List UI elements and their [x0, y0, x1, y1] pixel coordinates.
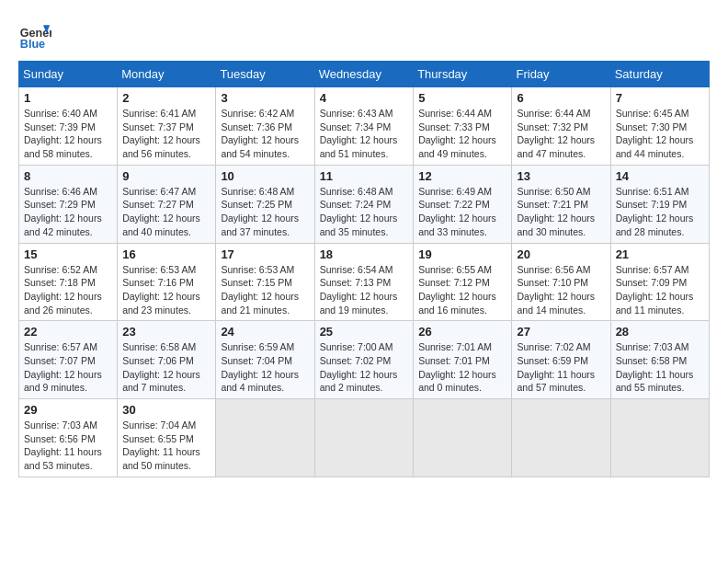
day-number: 6 [517, 91, 605, 105]
day-number: 9 [122, 169, 210, 183]
day-info: Sunrise: 6:48 AMSunset: 7:24 PMDaylight:… [320, 186, 398, 237]
calendar-week-5: 29Sunrise: 7:03 AMSunset: 6:56 PMDayligh… [19, 399, 710, 477]
calendar-day-empty [610, 399, 709, 477]
day-info: Sunrise: 6:52 AMSunset: 7:18 PMDaylight:… [24, 264, 102, 316]
day-number: 10 [221, 169, 309, 183]
weekday-header-saturday: Saturday [610, 62, 709, 87]
calendar-day-17: 17Sunrise: 6:53 AMSunset: 7:15 PMDayligh… [216, 243, 314, 321]
calendar-day-13: 13Sunrise: 6:50 AMSunset: 7:21 PMDayligh… [512, 165, 610, 243]
day-info: Sunrise: 6:56 AMSunset: 7:10 PMDaylight:… [517, 264, 595, 316]
day-info: Sunrise: 6:55 AMSunset: 7:12 PMDaylight:… [418, 264, 496, 316]
calendar-day-4: 4Sunrise: 6:43 AMSunset: 7:34 PMDaylight… [314, 87, 414, 166]
day-number: 24 [221, 325, 309, 339]
calendar-day-24: 24Sunrise: 6:59 AMSunset: 7:04 PMDayligh… [216, 321, 314, 399]
calendar-day-7: 7Sunrise: 6:45 AMSunset: 7:30 PMDaylight… [610, 87, 709, 166]
calendar-body: 1Sunrise: 6:40 AMSunset: 7:39 PMDaylight… [19, 87, 710, 477]
calendar-day-5: 5Sunrise: 6:44 AMSunset: 7:33 PMDaylight… [414, 87, 512, 166]
day-info: Sunrise: 7:03 AMSunset: 6:56 PMDaylight:… [24, 419, 102, 471]
day-number: 15 [24, 247, 112, 261]
calendar-week-1: 1Sunrise: 6:40 AMSunset: 7:39 PMDaylight… [19, 87, 710, 166]
weekday-header-friday: Friday [512, 62, 610, 87]
day-info: Sunrise: 6:42 AMSunset: 7:36 PMDaylight:… [221, 108, 299, 159]
day-info: Sunrise: 6:53 AMSunset: 7:16 PMDaylight:… [122, 264, 200, 316]
weekday-header-monday: Monday [118, 62, 216, 87]
calendar-day-19: 19Sunrise: 6:55 AMSunset: 7:12 PMDayligh… [414, 243, 512, 321]
calendar-header-row: SundayMondayTuesdayWednesdayThursdayFrid… [19, 62, 710, 87]
day-info: Sunrise: 7:00 AMSunset: 7:02 PMDaylight:… [320, 341, 398, 393]
calendar-day-empty [512, 399, 610, 477]
day-number: 27 [517, 325, 605, 339]
calendar-day-9: 9Sunrise: 6:47 AMSunset: 7:27 PMDaylight… [118, 165, 216, 243]
calendar-day-16: 16Sunrise: 6:53 AMSunset: 7:16 PMDayligh… [118, 243, 216, 321]
day-info: Sunrise: 7:03 AMSunset: 6:58 PMDaylight:… [616, 341, 694, 393]
weekday-header-thursday: Thursday [414, 62, 512, 87]
calendar-table: SundayMondayTuesdayWednesdayThursdayFrid… [18, 61, 710, 477]
day-number: 26 [418, 325, 506, 339]
calendar-day-14: 14Sunrise: 6:51 AMSunset: 7:19 PMDayligh… [610, 165, 709, 243]
day-info: Sunrise: 6:49 AMSunset: 7:22 PMDaylight:… [418, 186, 496, 237]
calendar-day-empty [414, 399, 512, 477]
calendar-day-30: 30Sunrise: 7:04 AMSunset: 6:55 PMDayligh… [118, 399, 216, 477]
weekday-header-sunday: Sunday [19, 62, 118, 87]
day-info: Sunrise: 6:50 AMSunset: 7:21 PMDaylight:… [517, 186, 595, 237]
day-info: Sunrise: 6:46 AMSunset: 7:29 PMDaylight:… [24, 186, 102, 237]
day-number: 16 [122, 247, 210, 261]
calendar-day-3: 3Sunrise: 6:42 AMSunset: 7:36 PMDaylight… [216, 87, 314, 166]
day-info: Sunrise: 6:57 AMSunset: 7:09 PMDaylight:… [616, 264, 694, 316]
day-info: Sunrise: 6:53 AMSunset: 7:15 PMDaylight:… [221, 264, 299, 316]
calendar-day-15: 15Sunrise: 6:52 AMSunset: 7:18 PMDayligh… [19, 243, 118, 321]
calendar-day-25: 25Sunrise: 7:00 AMSunset: 7:02 PMDayligh… [314, 321, 414, 399]
calendar-day-1: 1Sunrise: 6:40 AMSunset: 7:39 PMDaylight… [19, 87, 118, 166]
calendar-day-27: 27Sunrise: 7:02 AMSunset: 6:59 PMDayligh… [512, 321, 610, 399]
day-number: 17 [221, 247, 309, 261]
calendar-day-21: 21Sunrise: 6:57 AMSunset: 7:09 PMDayligh… [610, 243, 709, 321]
calendar-day-empty [314, 399, 414, 477]
day-number: 19 [418, 247, 506, 261]
calendar-day-12: 12Sunrise: 6:49 AMSunset: 7:22 PMDayligh… [414, 165, 512, 243]
day-number: 29 [24, 403, 112, 417]
day-info: Sunrise: 6:57 AMSunset: 7:07 PMDaylight:… [24, 341, 102, 393]
calendar-day-2: 2Sunrise: 6:41 AMSunset: 7:37 PMDaylight… [118, 87, 216, 166]
day-info: Sunrise: 7:02 AMSunset: 6:59 PMDaylight:… [517, 341, 595, 393]
day-info: Sunrise: 6:40 AMSunset: 7:39 PMDaylight:… [24, 108, 102, 159]
calendar-day-8: 8Sunrise: 6:46 AMSunset: 7:29 PMDaylight… [19, 165, 118, 243]
day-info: Sunrise: 6:58 AMSunset: 7:06 PMDaylight:… [122, 341, 200, 393]
day-number: 7 [616, 91, 704, 105]
day-number: 3 [221, 91, 309, 105]
day-info: Sunrise: 7:01 AMSunset: 7:01 PMDaylight:… [418, 341, 496, 393]
day-number: 8 [24, 169, 112, 183]
page-header: General Blue [18, 18, 710, 52]
calendar-day-6: 6Sunrise: 6:44 AMSunset: 7:32 PMDaylight… [512, 87, 610, 166]
calendar-day-10: 10Sunrise: 6:48 AMSunset: 7:25 PMDayligh… [216, 165, 314, 243]
day-info: Sunrise: 6:44 AMSunset: 7:33 PMDaylight:… [418, 108, 496, 159]
day-info: Sunrise: 6:43 AMSunset: 7:34 PMDaylight:… [320, 108, 398, 159]
day-number: 30 [122, 403, 210, 417]
calendar-day-29: 29Sunrise: 7:03 AMSunset: 6:56 PMDayligh… [19, 399, 118, 477]
day-number: 23 [122, 325, 210, 339]
day-number: 2 [122, 91, 210, 105]
logo-icon: General Blue [18, 18, 51, 52]
day-number: 1 [24, 91, 112, 105]
weekday-header-wednesday: Wednesday [314, 62, 414, 87]
day-number: 12 [418, 169, 506, 183]
day-number: 5 [418, 91, 506, 105]
calendar-week-3: 15Sunrise: 6:52 AMSunset: 7:18 PMDayligh… [19, 243, 710, 321]
calendar-day-28: 28Sunrise: 7:03 AMSunset: 6:58 PMDayligh… [610, 321, 709, 399]
day-info: Sunrise: 6:41 AMSunset: 7:37 PMDaylight:… [122, 108, 200, 159]
day-info: Sunrise: 7:04 AMSunset: 6:55 PMDaylight:… [122, 419, 200, 471]
calendar-day-empty [216, 399, 314, 477]
day-number: 28 [616, 325, 704, 339]
calendar-day-11: 11Sunrise: 6:48 AMSunset: 7:24 PMDayligh… [314, 165, 414, 243]
day-info: Sunrise: 6:59 AMSunset: 7:04 PMDaylight:… [221, 341, 299, 393]
svg-text:Blue: Blue [20, 38, 45, 51]
day-number: 18 [320, 247, 409, 261]
day-number: 25 [320, 325, 409, 339]
day-number: 4 [320, 91, 409, 105]
calendar-week-4: 22Sunrise: 6:57 AMSunset: 7:07 PMDayligh… [19, 321, 710, 399]
day-info: Sunrise: 6:51 AMSunset: 7:19 PMDaylight:… [616, 186, 694, 237]
day-info: Sunrise: 6:48 AMSunset: 7:25 PMDaylight:… [221, 186, 299, 237]
day-number: 22 [24, 325, 112, 339]
day-info: Sunrise: 6:47 AMSunset: 7:27 PMDaylight:… [122, 186, 200, 237]
logo: General Blue [18, 18, 55, 52]
day-info: Sunrise: 6:54 AMSunset: 7:13 PMDaylight:… [320, 264, 398, 316]
